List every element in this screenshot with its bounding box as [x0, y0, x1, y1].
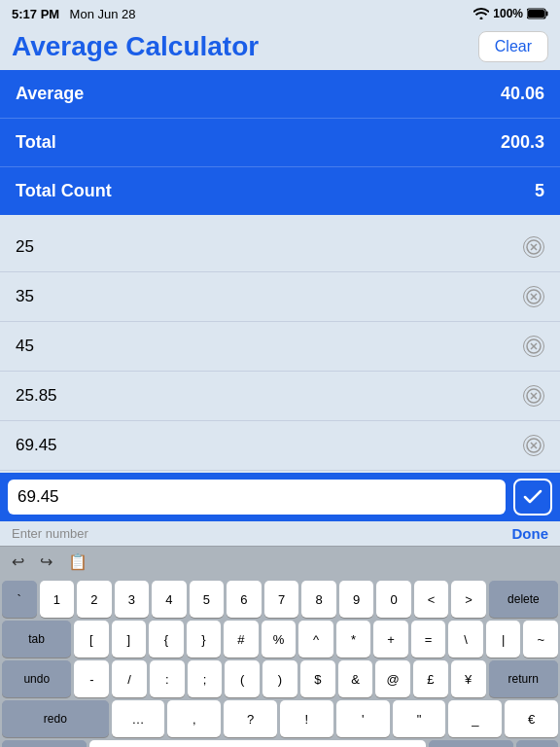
kb-key-tab[interactable]: tab — [2, 621, 71, 658]
kb-key-tilde[interactable]: ~ — [523, 621, 558, 658]
keyboard: ` 1 2 3 4 5 6 7 8 9 0 < > delete tab [ ]… — [0, 577, 560, 747]
kb-key-1[interactable]: 1 — [40, 581, 75, 618]
battery-text: 100% — [493, 7, 523, 20]
kb-key-yen[interactable]: ¥ — [451, 660, 486, 697]
x-circle-icon — [526, 438, 542, 453]
total-count-label: Total Count — [16, 181, 112, 201]
list-item: 25.85 — [0, 372, 560, 421]
kb-key-backslash[interactable]: \ — [448, 621, 483, 658]
total-row: Total 200.3 — [0, 119, 560, 167]
kb-key-ellipsis[interactable]: … — [112, 700, 165, 737]
average-value: 40.06 — [501, 84, 544, 104]
kb-key-redo[interactable]: redo — [2, 700, 109, 737]
kb-row-5: ABC ABC ⌨ — [2, 740, 558, 747]
stats-panel: Average 40.06 Total 200.3 Total Count 5 — [0, 70, 560, 215]
kb-key-3[interactable]: 3 — [115, 581, 150, 618]
kb-key-4[interactable]: 4 — [152, 581, 187, 618]
wifi-icon — [473, 8, 489, 19]
svg-rect-2 — [528, 10, 544, 18]
number-value: 25 — [16, 237, 34, 257]
kb-key-equals[interactable]: = — [411, 621, 446, 658]
app-header: Average Calculator Clear — [0, 27, 560, 70]
kb-key-pipe[interactable]: | — [486, 621, 521, 658]
x-circle-icon — [526, 239, 542, 255]
status-date: Mon Jun 28 — [70, 7, 136, 21]
kb-key-0[interactable]: 0 — [376, 581, 411, 618]
kb-row-4: redo … , ? ! ' " _ € — [2, 700, 558, 737]
kb-key-lbracket[interactable]: [ — [74, 621, 109, 658]
kb-key-percent[interactable]: % — [262, 621, 297, 658]
kb-key-underscore[interactable]: _ — [448, 700, 502, 737]
kb-key-question[interactable]: ? — [224, 700, 277, 737]
list-item: 25 — [0, 223, 560, 272]
delete-item-button[interactable] — [523, 236, 544, 258]
kb-row-3: undo - / : ; ( ) $ & @ £ ¥ return — [2, 660, 558, 697]
kb-key-rbracket[interactable]: ] — [112, 621, 147, 658]
status-time: 5:17 PM — [12, 7, 59, 21]
kb-key-semicolon[interactable]: ; — [188, 660, 223, 697]
kb-key-dollar[interactable]: $ — [300, 660, 335, 697]
kb-key-7[interactable]: 7 — [264, 581, 299, 618]
kb-key-at[interactable]: @ — [375, 660, 410, 697]
kb-key-backtick[interactable]: ` — [2, 581, 37, 618]
kb-key-pound[interactable]: £ — [413, 660, 448, 697]
kb-key-delete[interactable]: delete — [489, 581, 558, 618]
kb-key-comma[interactable]: , — [167, 700, 221, 737]
app-title: Average Calculator — [12, 31, 259, 62]
kb-key-asterisk[interactable]: * — [336, 621, 371, 658]
kb-key-minus[interactable]: - — [74, 660, 109, 697]
kb-key-2[interactable]: 2 — [77, 581, 112, 618]
confirm-button[interactable] — [513, 479, 552, 516]
undo-icon-btn[interactable]: ↩ — [8, 551, 28, 573]
kb-key-rparen[interactable]: ) — [262, 660, 298, 697]
kb-key-lt[interactable]: < — [414, 581, 449, 618]
checkmark-icon — [523, 489, 542, 505]
kb-key-gt[interactable]: > — [451, 581, 486, 618]
redo-icon-btn[interactable]: ↪ — [36, 551, 56, 573]
done-button[interactable]: Done — [512, 525, 549, 542]
kb-key-exclaim[interactable]: ! — [280, 700, 333, 737]
status-time-date: 5:17 PM Mon Jun 28 — [12, 5, 136, 22]
kb-key-abc-left[interactable]: ABC — [2, 740, 87, 747]
number-list: 25 35 45 — [0, 223, 560, 471]
kb-key-plus[interactable]: + — [373, 621, 408, 658]
svg-rect-1 — [546, 12, 548, 17]
kb-key-slash[interactable]: / — [112, 660, 147, 697]
kb-key-squote[interactable]: ' — [336, 700, 390, 737]
paste-icon-btn[interactable]: 📋 — [64, 551, 91, 573]
delete-item-button[interactable] — [523, 286, 544, 307]
number-value: 25.85 — [16, 386, 57, 406]
kb-key-undo[interactable]: undo — [2, 660, 71, 697]
kb-key-8[interactable]: 8 — [301, 581, 336, 618]
kb-key-abc-right[interactable]: ABC — [429, 740, 513, 747]
kb-key-caret[interactable]: ^ — [298, 621, 333, 658]
number-input[interactable] — [8, 480, 506, 515]
average-label: Average — [16, 84, 84, 104]
kb-key-space[interactable] — [89, 740, 426, 747]
kb-key-return[interactable]: return — [489, 660, 558, 697]
clear-button[interactable]: Clear — [478, 31, 548, 62]
kb-key-rcurly[interactable]: } — [187, 621, 222, 658]
kb-key-colon[interactable]: : — [150, 660, 185, 697]
kb-key-9[interactable]: 9 — [339, 581, 374, 618]
kb-key-lcurly[interactable]: { — [149, 621, 184, 658]
number-value: 35 — [16, 287, 34, 306]
kb-key-lparen[interactable]: ( — [225, 660, 260, 697]
x-circle-icon — [526, 338, 542, 354]
status-indicators: 100% — [473, 7, 548, 20]
kb-key-hash[interactable]: # — [224, 621, 259, 658]
keyboard-toolbar: ↩ ↪ 📋 — [0, 546, 560, 577]
number-value: 69.45 — [16, 436, 57, 455]
kb-key-keyboard[interactable]: ⌨ — [516, 740, 558, 747]
input-toolbar: Enter number Done — [0, 521, 560, 546]
delete-item-button[interactable] — [523, 385, 544, 407]
list-item: 45 — [0, 322, 560, 372]
kb-key-dquote[interactable]: " — [393, 700, 446, 737]
kb-key-euro[interactable]: € — [505, 700, 558, 737]
delete-item-button[interactable] — [523, 435, 544, 456]
number-value: 45 — [16, 337, 34, 356]
kb-key-5[interactable]: 5 — [190, 581, 225, 618]
kb-key-6[interactable]: 6 — [227, 581, 262, 618]
delete-item-button[interactable] — [523, 336, 544, 357]
kb-key-ampersand[interactable]: & — [338, 660, 373, 697]
